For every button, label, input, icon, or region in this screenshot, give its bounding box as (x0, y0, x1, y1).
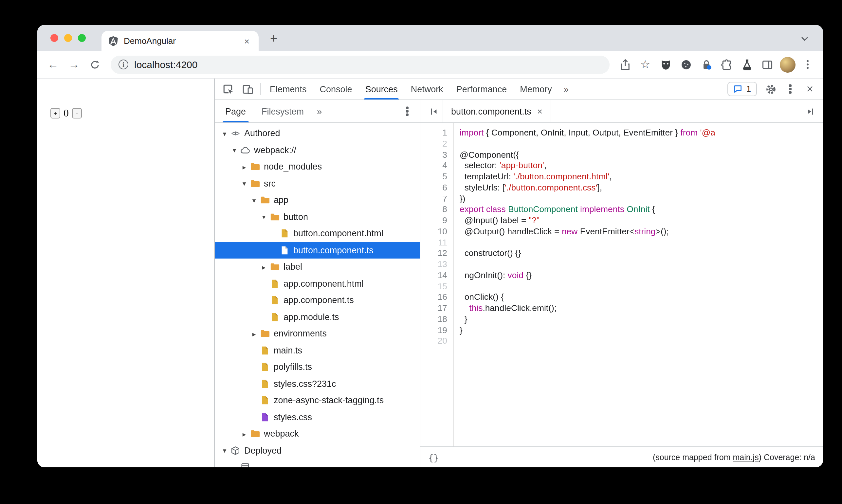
omnibox[interactable]: i localhost:4200 (111, 55, 610, 74)
code-line[interactable]: styleUrls: ['./button.component.css'], (460, 183, 823, 194)
line-number[interactable]: 1 (420, 128, 447, 139)
code-line[interactable]: this.handleClick.emit(); (460, 303, 823, 314)
expand-arrow-icon[interactable]: ▾ (230, 146, 239, 154)
tab-performance[interactable]: Performance (450, 78, 514, 100)
tree-item-app[interactable]: ▾app (215, 192, 420, 209)
tab-search-chevron-icon[interactable] (800, 33, 810, 44)
expand-arrow-icon[interactable]: ▾ (259, 213, 268, 221)
code-line[interactable]: ngOnInit(): void {} (460, 270, 823, 282)
profile-avatar[interactable] (777, 55, 798, 74)
code-line[interactable]: import { Component, OnInit, Input, Outpu… (460, 128, 823, 139)
tree-item-authored[interactable]: ▾</>Authored (215, 125, 420, 142)
close-window-button[interactable] (50, 34, 58, 42)
code-line[interactable] (460, 139, 823, 150)
extensions-puzzle-icon[interactable] (716, 55, 737, 74)
code-line[interactable]: onClick() { (460, 292, 823, 303)
mask-extension-icon[interactable] (656, 55, 676, 74)
browser-menu-icon[interactable] (798, 55, 818, 74)
expand-arrow-icon[interactable]: ▾ (220, 130, 229, 138)
editor-code[interactable]: import { Component, OnInit, Input, Outpu… (454, 123, 823, 446)
editor-file-tab[interactable]: button.component.ts × (443, 100, 551, 122)
line-number[interactable]: 15 (420, 281, 447, 292)
line-number[interactable]: 7 (420, 194, 447, 204)
tree-item-polyfills-ts[interactable]: polyfills.ts (215, 359, 420, 375)
code-line[interactable]: templateUrl: './button.component.html', (460, 172, 823, 183)
inspect-element-icon[interactable] (218, 78, 238, 100)
tab-network[interactable]: Network (404, 78, 450, 100)
line-number[interactable]: 6 (420, 183, 447, 194)
code-line[interactable]: }) (460, 194, 823, 204)
back-icon[interactable]: ← (42, 55, 64, 74)
expand-arrow-icon[interactable]: ▸ (259, 263, 268, 271)
code-line[interactable]: @Component({ (460, 149, 823, 161)
expand-arrow-icon[interactable]: ▸ (249, 330, 258, 338)
tree-item-environments[interactable]: ▸environments (215, 325, 420, 342)
line-number[interactable]: 17 (420, 303, 447, 314)
tree-item[interactable] (215, 459, 420, 467)
line-number[interactable]: 8 (420, 204, 447, 216)
expand-arrow-icon[interactable]: ▾ (220, 447, 229, 454)
show-navigator-icon[interactable] (424, 100, 443, 122)
pretty-print-icon[interactable]: {} (428, 452, 439, 463)
line-number[interactable]: 4 (420, 161, 447, 172)
code-line[interactable] (460, 281, 823, 292)
tree-item-node-modules[interactable]: ▸node_modules (215, 158, 420, 175)
share-icon[interactable] (615, 55, 635, 74)
decrement-button[interactable]: - (72, 108, 82, 119)
line-number[interactable]: 12 (420, 248, 447, 259)
tree-item-label[interactable]: ▸label (215, 258, 420, 275)
line-number[interactable]: 14 (420, 270, 447, 282)
tab-console[interactable]: Console (313, 78, 359, 100)
tree-item-webpack[interactable]: ▸webpack (215, 426, 420, 442)
tab-filesystem[interactable]: Filesystem (254, 100, 312, 122)
line-number[interactable]: 10 (420, 227, 447, 238)
code-line[interactable]: export class ButtonComponent implements … (460, 204, 823, 216)
reload-icon[interactable] (85, 55, 105, 74)
devtools-close-icon[interactable]: × (800, 78, 820, 100)
line-number[interactable]: 9 (420, 215, 447, 227)
tree-item-app-component-html[interactable]: app.component.html (215, 275, 420, 292)
forward-icon[interactable]: → (64, 55, 85, 74)
code-line[interactable] (460, 336, 823, 347)
tree-item-app-component-ts[interactable]: app.component.ts (215, 292, 420, 309)
line-number[interactable]: 13 (420, 259, 447, 270)
browser-tab[interactable]: DemoAngular × (102, 31, 258, 51)
code-line[interactable]: } (460, 325, 823, 336)
code-line[interactable]: selector: 'app-button', (460, 161, 823, 172)
line-number[interactable]: 5 (420, 172, 447, 183)
tree-item-deployed[interactable]: ▾Deployed (215, 442, 420, 459)
code-line[interactable]: constructor() {} (460, 248, 823, 259)
tree-item-main-ts[interactable]: main.ts (215, 342, 420, 359)
code-line[interactable]: } (460, 314, 823, 325)
main-js-link[interactable]: main.js (733, 453, 758, 462)
minimize-window-button[interactable] (64, 34, 72, 42)
bookmark-star-icon[interactable]: ☆ (635, 55, 656, 74)
expand-arrow-icon[interactable]: ▸ (240, 430, 249, 438)
experiments-flask-icon[interactable] (737, 55, 757, 74)
expand-arrow-icon[interactable]: ▾ (240, 180, 249, 187)
line-number[interactable]: 11 (420, 237, 447, 248)
expand-arrow-icon[interactable]: ▾ (249, 196, 258, 204)
tree-item-button-component-html[interactable]: button.component.html (215, 225, 420, 242)
side-panel-icon[interactable] (757, 55, 777, 74)
line-number[interactable]: 19 (420, 325, 447, 336)
tab-sources[interactable]: Sources (359, 78, 404, 100)
tab-close-icon[interactable]: × (241, 36, 252, 46)
line-number[interactable]: 16 (420, 292, 447, 303)
devtools-menu-icon[interactable] (781, 78, 800, 100)
messages-badge[interactable]: 1 (728, 82, 757, 96)
cookie-extension-icon[interactable] (676, 55, 696, 74)
url-text[interactable]: localhost:4200 (134, 59, 198, 70)
more-tabs-icon[interactable]: » (558, 78, 574, 100)
line-number[interactable]: 2 (420, 139, 447, 150)
maximize-window-button[interactable] (78, 34, 86, 42)
tree-item-button-component-ts[interactable]: button.component.ts (215, 242, 420, 258)
editor-tab-close-icon[interactable]: × (537, 106, 542, 116)
tree-item-app-module-ts[interactable]: app.module.ts (215, 309, 420, 325)
site-info-icon[interactable]: i (119, 59, 128, 69)
line-number[interactable]: 3 (420, 149, 447, 161)
code-line[interactable]: @Output() handleClick = new EventEmitter… (460, 227, 823, 238)
device-toolbar-icon[interactable] (238, 78, 257, 100)
privacy-extension-icon[interactable] (696, 55, 716, 74)
code-editor[interactable]: 1234567891011121314151617181920 import {… (420, 123, 823, 446)
